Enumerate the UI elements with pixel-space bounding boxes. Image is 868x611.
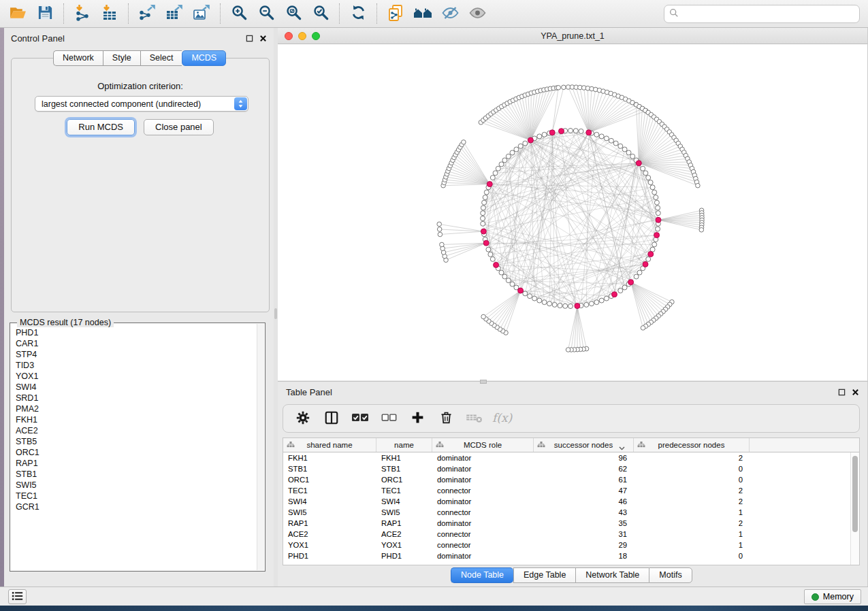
mcds-result-item[interactable]: PHD1	[16, 327, 257, 338]
tab-edge-table[interactable]: Edge Table	[513, 567, 575, 583]
cell-successors[interactable]: 47	[534, 485, 634, 496]
cell-predecessors[interactable]: 1	[634, 540, 750, 550]
cell-name[interactable]: FKH1	[376, 452, 432, 463]
column-header-predecessor-nodes[interactable]: predecessor nodes	[634, 438, 750, 452]
optimization-criterion-select[interactable]: largest connected component (undirected)	[35, 96, 248, 112]
cell-successors[interactable]: 18	[534, 550, 634, 561]
tab-node-table[interactable]: Node Table	[451, 567, 513, 583]
cell-predecessors[interactable]: 2	[634, 496, 750, 507]
cell-successors[interactable]: 61	[534, 474, 634, 485]
mcds-result-item[interactable]: CAR1	[16, 338, 257, 349]
network-graph[interactable]	[278, 44, 867, 380]
cell-name[interactable]: RAP1	[376, 518, 432, 529]
mcds-result-item[interactable]: FKH1	[16, 414, 257, 425]
cell-name[interactable]: SWI5	[376, 507, 432, 518]
mcds-result-item[interactable]: PMA2	[16, 403, 257, 414]
tab-select[interactable]: Select	[140, 50, 182, 66]
close-table-panel-icon[interactable]	[852, 389, 859, 396]
cell-role[interactable]: dominator	[432, 463, 534, 474]
column-header-MCDS-role[interactable]: MCDS role	[432, 438, 534, 452]
cell-name[interactable]: ACE2	[376, 529, 432, 540]
task-history-button[interactable]	[8, 589, 27, 604]
sort-chevron-down-icon[interactable]	[619, 444, 625, 452]
cell-role[interactable]: connector	[432, 485, 534, 496]
cell-shared_name[interactable]: ACE2	[283, 529, 376, 540]
close-panel-icon[interactable]	[259, 35, 267, 42]
table-row[interactable]: FKH1FKH1dominator962	[283, 452, 850, 463]
float-table-panel-icon[interactable]	[838, 389, 846, 396]
table-row[interactable]: RAP1RAP1dominator352	[283, 518, 850, 529]
cell-predecessors[interactable]: 1	[634, 529, 750, 540]
cell-successors[interactable]: 46	[534, 496, 634, 507]
mcds-result-item[interactable]: TEC1	[16, 491, 257, 501]
column-header-shared-name[interactable]: shared name	[283, 438, 376, 452]
cell-successors[interactable]: 29	[534, 540, 634, 550]
open-file-button[interactable]	[4, 1, 31, 26]
zoom-selected-button[interactable]	[307, 1, 334, 26]
column-visibility-button[interactable]	[319, 406, 344, 431]
cell-shared_name[interactable]: RAP1	[283, 518, 376, 529]
cell-shared_name[interactable]: STB1	[283, 463, 376, 474]
cell-shared_name[interactable]: SWI5	[283, 507, 376, 518]
cell-name[interactable]: STB1	[376, 463, 432, 474]
tab-network[interactable]: Network	[53, 50, 103, 66]
splitter-grip[interactable]	[274, 308, 277, 319]
network-canvas[interactable]	[278, 44, 867, 380]
apply-layout-button[interactable]	[344, 1, 372, 26]
table-row[interactable]: SWI4SWI4dominator462	[283, 496, 850, 507]
import-network-button[interactable]	[69, 1, 96, 26]
mcds-result-item[interactable]: TID3	[16, 360, 257, 371]
cell-predecessors[interactable]: 0	[634, 474, 750, 485]
search-field[interactable]	[664, 5, 860, 23]
save-session-button[interactable]	[31, 1, 59, 26]
cell-name[interactable]: TEC1	[376, 485, 432, 496]
zoom-fit-button[interactable]	[280, 1, 307, 26]
tab-mcds[interactable]: MCDS	[182, 50, 226, 66]
mcds-result-item[interactable]: YOX1	[16, 371, 257, 382]
mcds-result-item[interactable]: SWI4	[16, 382, 257, 393]
table-panel-drag-handle[interactable]	[480, 380, 487, 384]
table-row[interactable]: STB1STB1dominator620	[283, 463, 850, 474]
delete-column-button[interactable]	[433, 406, 459, 431]
table-scrollbar-thumb[interactable]	[852, 456, 858, 532]
mcds-result-item[interactable]: STB1	[16, 469, 257, 480]
tab-network-table[interactable]: Network Table	[575, 567, 649, 583]
mcds-result-item[interactable]: RAP1	[16, 458, 257, 469]
cell-shared_name[interactable]: YOX1	[283, 540, 376, 550]
cell-role[interactable]: dominator	[432, 550, 534, 561]
export-network-button[interactable]	[133, 1, 161, 26]
mcds-result-item[interactable]: ORC1	[16, 447, 257, 458]
table-row[interactable]: ORC1ORC1dominator610	[283, 474, 850, 485]
cell-name[interactable]: YOX1	[376, 540, 432, 550]
cell-role[interactable]: dominator	[432, 518, 534, 529]
mcds-result-item[interactable]: SRD1	[16, 393, 257, 403]
table-row[interactable]: SWI5SWI5connector431	[283, 507, 850, 518]
cell-shared_name[interactable]: SWI4	[283, 496, 376, 507]
cell-predecessors[interactable]: 2	[634, 452, 750, 463]
column-header-successor-nodes[interactable]: successor nodes	[534, 438, 634, 452]
tab-style[interactable]: Style	[103, 50, 140, 66]
column-header-name[interactable]: name	[376, 438, 432, 452]
new-network-from-selection-button[interactable]	[382, 1, 409, 26]
cell-shared_name[interactable]: PHD1	[283, 550, 376, 561]
table-row[interactable]: ACE2ACE2connector311	[283, 529, 850, 540]
run-mcds-button[interactable]: Run MCDS	[67, 119, 135, 135]
cell-successors[interactable]: 96	[534, 452, 634, 463]
zoom-out-button[interactable]	[253, 1, 280, 26]
cell-predecessors[interactable]: 2	[634, 518, 750, 529]
cell-predecessors[interactable]: 0	[634, 463, 750, 474]
mcds-result-item[interactable]: STP4	[16, 349, 257, 360]
cell-name[interactable]: SWI4	[376, 496, 432, 507]
float-panel-icon[interactable]	[246, 35, 253, 42]
table-scrollbar[interactable]	[850, 452, 859, 565]
show-all-button[interactable]	[464, 1, 491, 26]
mcds-result-item[interactable]: SWI5	[16, 480, 257, 491]
hide-selected-button[interactable]	[436, 1, 464, 26]
deselect-all-button[interactable]	[376, 406, 402, 431]
select-all-button[interactable]	[347, 406, 373, 431]
cell-successors[interactable]: 43	[534, 507, 634, 518]
tab-motifs[interactable]: Motifs	[649, 567, 692, 583]
cell-role[interactable]: dominator	[432, 452, 534, 463]
add-column-button[interactable]	[404, 406, 430, 431]
cell-shared_name[interactable]: FKH1	[283, 452, 376, 463]
